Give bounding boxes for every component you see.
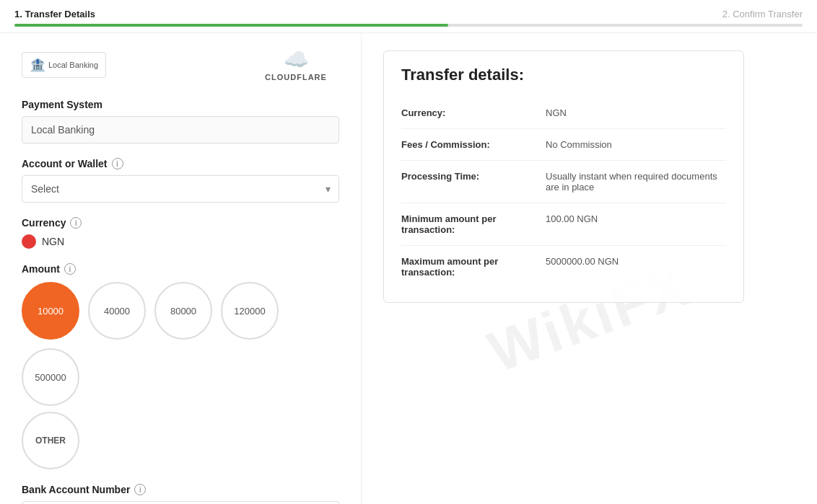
currency-info-icon[interactable]: i xyxy=(70,217,82,229)
detail-key-fees: Fees / Commission: xyxy=(401,139,531,150)
account-wallet-select[interactable]: Select xyxy=(22,175,339,203)
bank-account-label: Bank Account Number i xyxy=(22,484,339,495)
bank-account-info-icon[interactable]: i xyxy=(134,484,146,495)
amount-btn-500000[interactable]: 500000 xyxy=(22,348,79,406)
amount-label: Amount i xyxy=(22,263,339,275)
account-wallet-label: Account or Wallet i xyxy=(22,158,339,169)
detail-row-currency: Currency: NGN xyxy=(401,97,726,129)
payment-system-field: Payment System Local Banking xyxy=(22,99,339,143)
detail-value-currency: NGN xyxy=(546,107,726,118)
step2-label: 2. Confirm Transfer xyxy=(722,9,803,19)
detail-value-min-amount: 100.00 NGN xyxy=(546,213,726,224)
detail-key-max-amount: Maximum amount per transaction: xyxy=(401,256,531,278)
amount-field: Amount i 10000 40000 80000 120000 500000… xyxy=(22,263,339,469)
progress-track xyxy=(14,24,803,27)
cloudflare-logo: ☁️ CLOUDFLARE xyxy=(265,48,327,81)
local-banking-logo: 🏦 Local Banking xyxy=(22,52,106,78)
amount-btn-40000[interactable]: 40000 xyxy=(88,282,146,340)
bank-account-field: Bank Account Number i xyxy=(22,484,339,504)
bank-account-input[interactable] xyxy=(22,501,339,504)
amount-btn-80000[interactable]: 80000 xyxy=(154,282,212,340)
amount-btn-other[interactable]: OTHER xyxy=(22,412,79,469)
transfer-details-title: Transfer details: xyxy=(401,66,726,84)
account-wallet-select-wrapper: Select ▾ xyxy=(22,175,339,203)
cloudflare-text: CLOUDFLARE xyxy=(265,73,327,81)
detail-value-processing: Usually instant when required documents … xyxy=(546,171,726,193)
bank-icon: 🏦 xyxy=(30,57,45,73)
amount-btn-120000[interactable]: 120000 xyxy=(221,282,279,340)
detail-row-processing: Processing Time: Usually instant when re… xyxy=(401,161,726,203)
currency-text: NGN xyxy=(42,236,64,247)
detail-row-min-amount: Minimum amount per transaction: 100.00 N… xyxy=(401,203,726,246)
amount-btn-10000[interactable]: 10000 xyxy=(22,282,79,340)
detail-row-max-amount: Maximum amount per transaction: 5000000.… xyxy=(401,246,726,288)
progress-fill xyxy=(14,24,448,27)
transfer-details-box: Transfer details: Currency: NGN Fees / C… xyxy=(383,50,744,303)
payment-system-value: Local Banking xyxy=(22,116,339,143)
right-panel: WikiFX Transfer details: Currency: NGN F… xyxy=(362,33,817,504)
detail-value-fees: No Commission xyxy=(546,139,726,150)
progress-bar-container: 1. Transfer Details 2. Confirm Transfer xyxy=(0,0,817,33)
amount-other-row: OTHER xyxy=(22,412,339,469)
logos-row: 🏦 Local Banking ☁️ CLOUDFLARE xyxy=(22,48,339,81)
currency-label: Currency i xyxy=(22,217,339,229)
detail-key-currency: Currency: xyxy=(401,107,531,118)
detail-key-processing: Processing Time: xyxy=(401,171,531,182)
account-wallet-info-icon[interactable]: i xyxy=(112,158,123,169)
detail-row-fees: Fees / Commission: No Commission xyxy=(401,129,726,161)
currency-dot xyxy=(22,234,36,249)
currency-row: NGN xyxy=(22,234,339,249)
cloudflare-icon: ☁️ xyxy=(284,48,309,71)
account-wallet-field: Account or Wallet i Select ▾ xyxy=(22,158,339,203)
local-banking-text: Local Banking xyxy=(48,61,98,69)
detail-key-min-amount: Minimum amount per transaction: xyxy=(401,213,531,235)
currency-field: Currency i NGN xyxy=(22,217,339,249)
left-panel: 🏦 Local Banking ☁️ CLOUDFLARE Payment Sy… xyxy=(0,33,362,504)
payment-system-label: Payment System xyxy=(22,99,339,110)
main-layout: 🏦 Local Banking ☁️ CLOUDFLARE Payment Sy… xyxy=(0,33,817,504)
step1-label: 1. Transfer Details xyxy=(14,9,95,19)
amount-buttons: 10000 40000 80000 120000 500000 xyxy=(22,282,339,406)
detail-value-max-amount: 5000000.00 NGN xyxy=(546,256,726,267)
amount-info-icon[interactable]: i xyxy=(64,263,76,275)
